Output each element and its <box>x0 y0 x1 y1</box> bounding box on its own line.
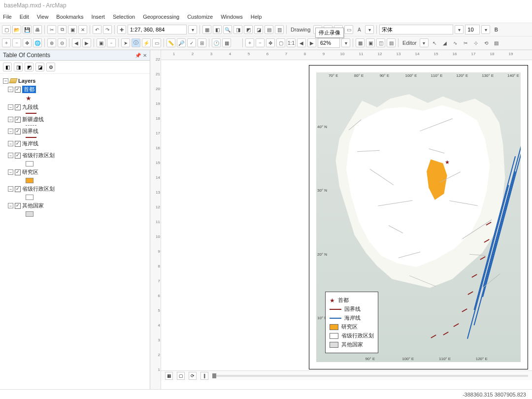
options-icon[interactable]: ⚙ <box>46 63 55 71</box>
time-slider-icon[interactable]: 🕐 <box>212 38 221 47</box>
menu-view[interactable]: View <box>37 14 49 20</box>
hyperlink-icon[interactable]: ⚡ <box>142 38 151 47</box>
list-by-source-icon[interactable]: ◨ <box>14 63 23 71</box>
python-icon[interactable]: ◩ <box>244 25 253 34</box>
undo-icon[interactable]: ↶ <box>93 25 101 34</box>
rectangle-icon[interactable]: ▭ <box>344 25 353 34</box>
collapse-icon[interactable]: − <box>3 78 8 84</box>
layer-symbol-row[interactable] <box>2 177 148 184</box>
back-extent-icon[interactable]: ◀ <box>72 38 81 47</box>
layer-visibility-checkbox[interactable]: ✓ <box>15 153 21 159</box>
font-size-dropdown-icon[interactable]: ▾ <box>481 25 490 34</box>
open-icon[interactable]: 📂 <box>12 25 21 34</box>
fixed-zoom-in-icon[interactable]: ⊕ <box>47 38 56 47</box>
add-data-icon[interactable]: ✚ <box>117 25 126 34</box>
redo-icon[interactable]: ↷ <box>103 25 112 34</box>
find-route-icon[interactable]: ✓ <box>187 38 196 47</box>
layer-row[interactable]: − ✓ 省级行政区划 <box>2 151 148 160</box>
create-viewer-icon[interactable]: ▦ <box>222 38 231 47</box>
select-features-icon[interactable]: ▣ <box>97 38 105 47</box>
toggle-draft-icon[interactable]: ▦ <box>356 38 365 47</box>
menu-geoprocessing[interactable]: Geoprocessing <box>143 14 179 20</box>
menu-help[interactable]: Help <box>251 14 262 20</box>
cut-polygons-icon[interactable]: ✂ <box>461 38 470 47</box>
collapse-icon[interactable]: − <box>8 186 13 192</box>
list-by-visibility-icon[interactable]: ◩ <box>25 63 33 71</box>
layout-100-icon[interactable]: 1:1 <box>287 38 296 47</box>
pointer-icon[interactable]: ➤ <box>121 38 130 47</box>
draw-progress-slider[interactable] <box>212 375 528 377</box>
layer-symbol-row[interactable] <box>2 194 148 201</box>
arctoolbox-icon[interactable]: ◨ <box>233 25 242 34</box>
menu-edit[interactable]: Edit <box>20 14 29 20</box>
refresh-icon[interactable]: ⟳ <box>189 372 197 380</box>
collapse-icon[interactable]: − <box>8 141 13 146</box>
html-popup-icon[interactable]: ▭ <box>152 38 161 47</box>
bold-button[interactable]: B <box>492 25 500 34</box>
menu-file[interactable]: File <box>3 14 12 20</box>
attributes-icon[interactable]: ▤ <box>492 38 501 47</box>
layout-back-icon[interactable]: ◀ <box>297 38 306 47</box>
collapse-icon[interactable]: − <box>8 104 13 110</box>
list-by-drawing-order-icon[interactable]: ◧ <box>3 63 12 71</box>
catalog-icon[interactable]: ◧ <box>213 25 222 34</box>
layout-view-icon[interactable]: ▢ <box>177 372 185 380</box>
map-legend[interactable]: ★首都国界线海岸线研究区省级行政区划其他国家 <box>325 292 378 353</box>
rotate-tool-icon[interactable]: ⟲ <box>482 38 491 47</box>
go-to-xy-icon[interactable]: ⊞ <box>198 38 206 47</box>
layer-visibility-checkbox[interactable]: ✓ <box>15 141 21 147</box>
layer-symbol-row[interactable]: ★ <box>2 94 148 102</box>
layout-forward-icon[interactable]: ▶ <box>307 38 316 47</box>
layer-name-label[interactable]: 新疆虚线 <box>22 116 44 123</box>
menu-insert[interactable]: Insert <box>91 14 105 20</box>
layer-name-label[interactable]: 首都 <box>22 86 36 93</box>
layer-name-label[interactable]: 九段线 <box>22 103 38 111</box>
editor-label[interactable]: Editor <box>401 40 418 46</box>
menu-windows[interactable]: Windows <box>221 14 243 20</box>
cut-icon[interactable]: ✂ <box>47 25 56 34</box>
collapse-icon[interactable]: − <box>8 153 13 158</box>
font-size-input[interactable] <box>465 25 480 34</box>
text-dropdown-icon[interactable]: ▾ <box>365 25 374 34</box>
modelbuilder-icon[interactable]: ◪ <box>254 25 263 34</box>
find-icon[interactable]: 🔎 <box>177 38 186 47</box>
split-icon[interactable]: ⊹ <box>471 38 480 47</box>
layer-name-label[interactable]: 省级行政区划 <box>22 152 55 159</box>
full-extent-icon[interactable]: 🌐 <box>33 38 42 47</box>
pan-icon[interactable]: ✥ <box>23 38 32 47</box>
zoom-in-icon[interactable]: ＋ <box>2 38 11 47</box>
pin-icon[interactable]: 📌 <box>135 53 141 58</box>
collapse-icon[interactable]: − <box>8 87 13 92</box>
save-icon[interactable]: 💾 <box>23 25 32 34</box>
focus-dataframe-icon[interactable]: ▣ <box>366 38 375 47</box>
edit-tool-icon[interactable]: ↖ <box>430 38 439 47</box>
collapse-icon[interactable]: − <box>8 129 13 134</box>
print-icon[interactable]: 🖶 <box>33 25 42 34</box>
font-dropdown-icon[interactable]: ▾ <box>455 25 464 34</box>
close-panel-icon[interactable]: ✕ <box>143 53 147 58</box>
forward-extent-icon[interactable]: ▶ <box>82 38 91 47</box>
clear-selection-icon[interactable]: ▫ <box>107 38 116 47</box>
table-icon[interactable]: ▤ <box>265 25 273 34</box>
layer-name-label[interactable]: 国界线 <box>22 128 38 135</box>
menu-selection[interactable]: Selection <box>113 14 135 20</box>
layout-sheet[interactable]: ★ 70° E80° E90° E100° E110° E120° E130° … <box>309 65 528 369</box>
text-tool-icon[interactable]: A <box>355 25 364 34</box>
layer-row[interactable]: − ✓ 海岸线 <box>2 139 148 148</box>
new-doc-icon[interactable]: ▢ <box>2 25 11 34</box>
layout-zoom-input[interactable] <box>318 38 340 48</box>
collapse-icon[interactable]: − <box>8 203 13 208</box>
scale-input[interactable] <box>128 25 187 34</box>
layout-pan-icon[interactable]: ✥ <box>266 38 275 47</box>
pause-drawing-icon[interactable]: ‖ <box>200 372 208 380</box>
identify-icon[interactable]: ⓘ <box>132 38 140 47</box>
layer-name-label[interactable]: 研究区 <box>22 168 38 176</box>
collapse-icon[interactable]: − <box>8 169 13 175</box>
menu-customize[interactable]: Customize <box>187 14 213 20</box>
layer-row[interactable]: − ✓ 其他国家 <box>2 201 148 210</box>
layer-visibility-checkbox[interactable]: ✓ <box>15 129 21 134</box>
layers-root[interactable]: − Layers <box>2 77 148 85</box>
layout-zoom-dropdown-icon[interactable]: ▾ <box>341 38 350 47</box>
font-name-input[interactable] <box>379 25 453 34</box>
data-driven-pages-icon[interactable]: ▤ <box>387 38 396 47</box>
